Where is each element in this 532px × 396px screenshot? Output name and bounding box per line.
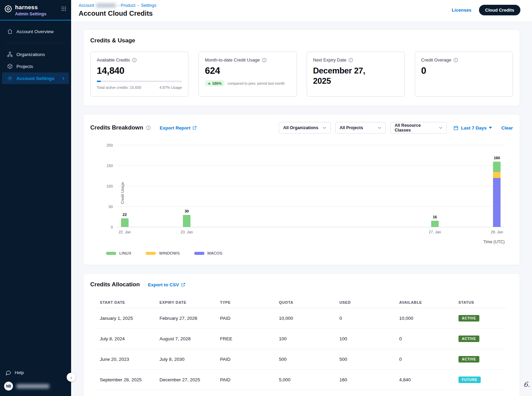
column-header: TYPE bbox=[217, 297, 276, 308]
organizations-filter-value: All Organizations bbox=[283, 125, 318, 130]
info-icon[interactable] bbox=[348, 58, 353, 63]
available-cell: 0 bbox=[396, 329, 455, 349]
external-link-icon bbox=[192, 126, 197, 130]
available-credits-value: 14,840 bbox=[97, 66, 182, 76]
legend-swatch bbox=[146, 252, 156, 255]
external-link-icon bbox=[181, 283, 185, 287]
page-title: Account Cloud Credits bbox=[79, 10, 156, 17]
breadcrumb-settings-link[interactable]: Settings bbox=[141, 3, 156, 8]
column-header: QUOTA bbox=[276, 297, 337, 308]
breadcrumb-product-link[interactable]: - Product bbox=[118, 3, 135, 8]
credits-usage-title: Credits & Usage bbox=[90, 37, 513, 44]
sidebar-collapse-button[interactable]: ‹ bbox=[67, 373, 76, 382]
info-icon[interactable] bbox=[262, 58, 267, 63]
legend-item-windows[interactable]: WINDOWS bbox=[146, 251, 179, 255]
info-icon[interactable] bbox=[132, 58, 137, 63]
help-label: Help bbox=[15, 370, 24, 375]
start-date-cell: January 1, 2025 bbox=[97, 308, 157, 329]
credits-breakdown-chart: Credit Usage 0501001502002222. Jan3023. … bbox=[90, 145, 513, 255]
sidebar-item-label: Projects bbox=[16, 64, 33, 69]
chart-legend: LINUXWINDOWSMACOS bbox=[106, 251, 513, 255]
stat-grid: Available Credits 14,840 Total active cr… bbox=[90, 52, 513, 97]
x-tick-label: 23. Jan bbox=[181, 230, 193, 234]
resource-classes-filter-select[interactable]: All Resource Classes bbox=[390, 122, 447, 134]
home-icon bbox=[7, 29, 13, 34]
x-tick-label: 27. Jan bbox=[429, 230, 441, 234]
bar-value-label: 160 bbox=[494, 156, 500, 160]
x-tick-label: 22. Jan bbox=[119, 230, 131, 234]
projects-filter-select[interactable]: All Projects bbox=[335, 122, 386, 134]
organizations-filter-select[interactable]: All Organizations bbox=[279, 122, 331, 134]
type-cell: FREE bbox=[217, 329, 276, 349]
breadcrumb: Account - Product › Settings bbox=[79, 3, 156, 8]
legend-swatch bbox=[106, 252, 116, 255]
licenses-link[interactable]: Licenses bbox=[452, 8, 471, 13]
sidebar-item-label: Account Settings bbox=[16, 76, 54, 81]
bar-value-label: 16 bbox=[433, 215, 437, 219]
chart-plot: Credit Usage 0501001502002222. Jan3023. … bbox=[117, 145, 505, 227]
brand-subtitle: Admin Settings bbox=[15, 12, 61, 16]
date-range-value: Last 7 Days bbox=[461, 125, 487, 131]
info-icon[interactable] bbox=[146, 125, 151, 130]
bar-24-jan[interactable] bbox=[245, 145, 253, 227]
legend-label: WINDOWS bbox=[159, 251, 179, 255]
user-profile[interactable]: NB bbox=[0, 379, 71, 393]
resource-classes-filter-value: All Resource Classes bbox=[395, 123, 436, 133]
sidebar-header: harness Admin Settings bbox=[0, 0, 71, 20]
calendar-icon bbox=[453, 125, 458, 131]
cloud-credits-button[interactable]: Cloud Credits bbox=[479, 5, 520, 15]
bar-segment-linux bbox=[493, 162, 501, 172]
start-date-cell: July 8, 2024 bbox=[97, 329, 157, 349]
info-icon[interactable] bbox=[453, 58, 458, 63]
credits-progress-fill bbox=[97, 81, 101, 82]
main-area: Account - Product › Settings Account Clo… bbox=[71, 0, 532, 396]
breadcrumb-account-link[interactable]: Account bbox=[79, 3, 94, 8]
mtd-usage-value: 624 bbox=[205, 66, 290, 76]
delta-value: 186% bbox=[212, 81, 222, 85]
org-chart-icon bbox=[7, 52, 13, 57]
sidebar-item-account-settings[interactable]: Account Settings › bbox=[2, 72, 69, 84]
content: Credits & Usage Available Credits 14,840 bbox=[71, 22, 532, 396]
bar-26-jan[interactable] bbox=[369, 145, 376, 227]
used-cell: 500 bbox=[337, 349, 397, 370]
delta-badge: 186% bbox=[205, 80, 225, 86]
bar-25-jan[interactable] bbox=[307, 145, 315, 227]
type-cell: PAID bbox=[217, 370, 276, 390]
stat-label: Month-to-date Credit Usage bbox=[205, 57, 260, 63]
legend-swatch bbox=[194, 252, 204, 255]
bar-value-label: 22 bbox=[123, 213, 127, 217]
app-switcher-icon[interactable] bbox=[61, 6, 66, 11]
chart-x-axis-title: Time (UTC) bbox=[90, 240, 505, 244]
sidebar-item-account-overview[interactable]: Account Overview bbox=[2, 26, 69, 37]
breadcrumb-chevron-icon: › bbox=[137, 3, 139, 8]
legend-item-macos[interactable]: MACOS bbox=[194, 251, 223, 255]
available-cell: 10,000 bbox=[396, 308, 455, 329]
sidebar-item-projects[interactable]: Projects bbox=[2, 60, 69, 72]
handwriting-artifact: 6. bbox=[523, 380, 530, 388]
legend-item-linux[interactable]: LINUX bbox=[106, 251, 131, 255]
stat-card-credit-overage: Credit Overage 0 bbox=[415, 52, 513, 97]
sidebar-item-organizations[interactable]: Organizations bbox=[2, 49, 69, 60]
credits-breakdown-card: Credits Breakdown Export Report All Orga… bbox=[83, 114, 520, 265]
start-date-cell: September 28, 2025 bbox=[97, 370, 157, 390]
bar-segment-linux bbox=[183, 215, 190, 227]
stat-label: Next Expiry Date bbox=[313, 57, 347, 63]
table-header-row: START DATE EXPIRY DATE TYPE QUOTA USED A… bbox=[97, 297, 506, 308]
export-to-csv-link[interactable]: Export to CSV bbox=[148, 282, 185, 287]
harness-logo-icon bbox=[4, 5, 12, 13]
export-report-link[interactable]: Export Report bbox=[160, 125, 197, 131]
quota-cell: 500 bbox=[276, 349, 337, 370]
available-cell: 0 bbox=[396, 349, 455, 370]
date-range-picker[interactable]: Last 7 Days bbox=[453, 125, 492, 131]
used-cell: 160 bbox=[337, 370, 397, 390]
sidebar-divider bbox=[5, 43, 66, 43]
credits-allocation-table: START DATE EXPIRY DATE TYPE QUOTA USED A… bbox=[97, 297, 506, 390]
column-header: USED bbox=[337, 297, 397, 308]
clear-filters-link[interactable]: Clear bbox=[501, 125, 513, 131]
brand-text: harness Admin Settings bbox=[15, 4, 61, 16]
avatar[interactable]: NB bbox=[4, 382, 13, 391]
help-button[interactable]: Help bbox=[0, 366, 71, 379]
bar-23-jan[interactable] bbox=[183, 145, 190, 227]
column-header: AVAILABLE bbox=[396, 297, 455, 308]
column-header: START DATE bbox=[97, 297, 157, 308]
